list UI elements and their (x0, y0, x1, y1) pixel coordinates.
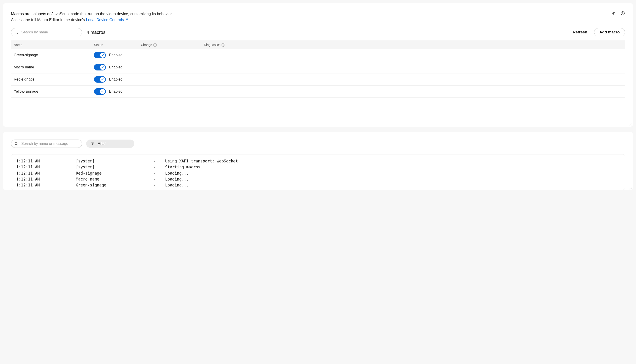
chevron-right-icon: › (154, 158, 165, 164)
macro-name: Green-signage (14, 53, 94, 57)
resize-handle-icon[interactable] (629, 186, 632, 190)
log-row: 1:12:11 AM[system]›Starting macros... (16, 164, 620, 170)
svg-line-7 (17, 144, 18, 145)
macros-table: Name Status Changei Diagnosticsi Green-s… (11, 40, 625, 98)
local-device-controls-link[interactable]: Local Device Controls (86, 18, 128, 22)
log-time: 1:12:11 AM (16, 164, 76, 170)
log-time: 1:12:11 AM (16, 170, 76, 176)
chevron-right-icon: › (154, 170, 165, 176)
search-icon (14, 30, 18, 34)
log-time: 1:12:11 AM (16, 158, 76, 164)
filter-button[interactable]: Filter (86, 140, 134, 148)
table-row[interactable]: Green-signageEnabled (11, 49, 625, 61)
status-toggle[interactable] (94, 64, 106, 70)
macro-name: Yellow-signage (14, 90, 94, 94)
info-icon[interactable] (620, 11, 625, 16)
log-row: 1:12:11 AMGreen-signage›Loading... (16, 182, 620, 188)
log-message: Starting macros... (165, 164, 620, 170)
table-header: Name Status Changei Diagnosticsi (11, 40, 625, 49)
filter-icon (91, 142, 94, 146)
log-panel: Filter 1:12:11 AM[system]›Using XAPI tra… (3, 132, 633, 190)
svg-line-5 (17, 33, 18, 34)
log-time: 1:12:11 AM (16, 182, 76, 188)
header-change: Changei (141, 43, 204, 47)
log-message: Loading... (165, 170, 620, 176)
intro-text: Macros are snippets of JavaScript code t… (11, 11, 625, 23)
table-row[interactable]: Yellow-signageEnabled (11, 86, 625, 98)
svg-point-6 (15, 142, 17, 144)
log-search-wrap (11, 140, 82, 148)
add-macro-button[interactable]: Add macro (594, 28, 625, 36)
svg-point-4 (15, 31, 17, 33)
log-output: 1:12:11 AM[system]›Using XAPI transport:… (11, 154, 625, 190)
announcement-icon[interactable] (612, 11, 616, 16)
status-toggle[interactable] (94, 76, 106, 82)
header-diagnostics: Diagnosticsi (204, 43, 622, 47)
table-row[interactable]: Red-signageEnabled (11, 74, 625, 86)
header-status: Status (94, 43, 141, 47)
search-icon (14, 142, 18, 146)
status-label: Enabled (109, 53, 123, 57)
log-search-input[interactable] (11, 140, 82, 148)
info-icon[interactable]: i (153, 43, 157, 47)
search-input[interactable] (11, 28, 82, 36)
log-row: 1:12:11 AMMacro name›Loading... (16, 176, 620, 182)
status-label: Enabled (109, 90, 123, 94)
chevron-right-icon: › (154, 164, 165, 170)
chevron-right-icon: › (154, 182, 165, 188)
status-toggle[interactable] (94, 88, 106, 95)
chevron-right-icon: › (154, 176, 165, 182)
log-source: Green-signage (76, 182, 154, 188)
log-row: 1:12:11 AMRed-signage›Loading... (16, 170, 620, 176)
log-source: Red-signage (76, 170, 154, 176)
log-source: [system] (76, 158, 154, 164)
macro-count: 4 macros (87, 30, 105, 35)
log-time: 1:12:11 AM (16, 176, 76, 182)
svg-point-2 (623, 12, 623, 12)
info-icon[interactable]: i (222, 43, 225, 47)
status-toggle[interactable] (94, 52, 106, 58)
log-source: Macro name (76, 176, 154, 182)
macros-panel: Macros are snippets of JavaScript code t… (3, 3, 633, 127)
log-source: [system] (76, 164, 154, 170)
refresh-button[interactable]: Refresh (570, 28, 589, 36)
log-message: Using XAPI transport: WebSocket (165, 158, 620, 164)
macros-toolbar: 4 macros Refresh Add macro (11, 28, 625, 36)
resize-handle-icon[interactable] (629, 123, 632, 126)
log-row: 1:12:11 AM[system]›Using XAPI transport:… (16, 158, 620, 164)
table-row[interactable]: Macro nameEnabled (11, 61, 625, 74)
log-message: Loading... (165, 182, 620, 188)
header-name: Name (14, 43, 94, 47)
search-wrap (11, 28, 82, 36)
status-label: Enabled (109, 77, 123, 82)
log-message: Loading... (165, 176, 620, 182)
status-label: Enabled (109, 65, 123, 69)
svg-line-3 (126, 18, 127, 20)
macro-name: Red-signage (14, 77, 94, 82)
log-toolbar: Filter (11, 140, 625, 148)
macro-name: Macro name (14, 65, 94, 69)
